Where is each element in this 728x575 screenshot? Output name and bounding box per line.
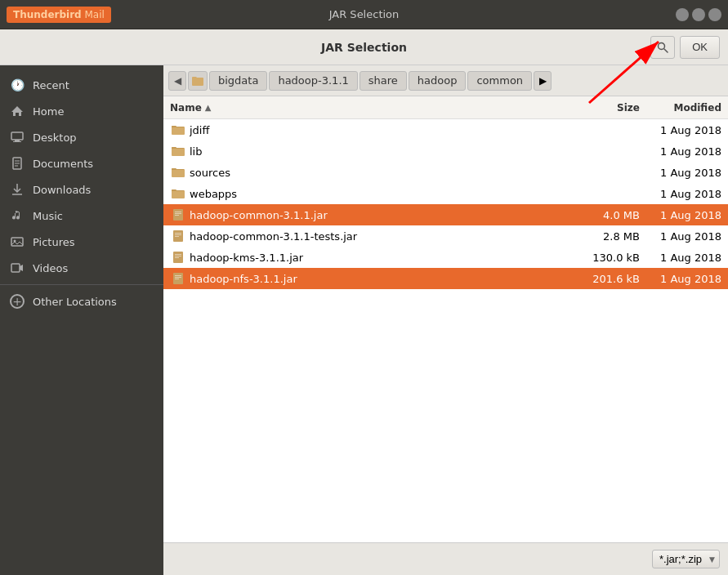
jar-file-icon [170,251,186,264]
file-name: hadoop-kms-3.1.1.jar [190,252,558,264]
file-name: hadoop-nfs-3.1.1.jar [190,273,558,285]
svg-rect-4 [15,140,20,141]
breadcrumb-bigdata[interactable]: bigdata [209,71,267,91]
breadcrumb-more-button[interactable]: ▶ [534,71,552,91]
nav-back-button[interactable]: ◀ [168,71,186,91]
sidebar-label-home: Home [33,105,64,118]
jar-file-icon [170,272,186,285]
sidebar-label-desktop: Desktop [33,131,77,144]
sidebar-item-videos[interactable]: Videos [0,255,163,281]
sidebar-label-downloads: Downloads [33,184,91,196]
downloads-icon [10,182,25,197]
file-modified: 1 Aug 2018 [640,188,721,200]
table-row[interactable]: lib 1 Aug 2018 [163,140,728,162]
file-size: 130.0 kB [558,252,640,264]
svg-rect-23 [175,236,179,237]
sidebar-item-other-locations[interactable]: + Other Locations [0,288,163,314]
window-controls [676,8,721,21]
folder-icon [170,166,186,179]
sidebar-label-documents: Documents [33,158,93,170]
breadcrumb-common[interactable]: common [467,71,532,91]
jar-file-icon [170,208,186,221]
sidebar-item-pictures[interactable]: Pictures [0,229,163,255]
svg-rect-14 [11,264,20,272]
file-modified: 1 Aug 2018 [640,124,721,136]
svg-rect-31 [175,279,179,279]
svg-rect-18 [175,213,181,214]
app-badge: Thunderbird Mail [7,7,111,23]
svg-rect-29 [175,275,181,276]
home-icon [10,104,25,118]
dialog-header: JAR Selection OK [0,29,728,65]
table-row[interactable]: hadoop-common-3.1.1.jar 4.0 MB 1 Aug 201… [163,204,728,225]
table-row[interactable]: jdiff 1 Aug 2018 [163,119,728,140]
sidebar-label-music: Music [33,210,63,222]
table-row[interactable]: webapps 1 Aug 2018 [163,183,728,204]
search-icon [657,42,668,53]
svg-rect-25 [175,254,181,255]
svg-marker-2 [11,106,23,116]
file-size: 201.6 kB [558,273,640,285]
close-button[interactable] [708,8,721,21]
svg-rect-19 [175,215,179,216]
documents-icon [10,156,25,171]
col-size-header[interactable]: Size [558,102,640,114]
col-name-header[interactable]: Name ▲ [170,102,558,114]
filter-select[interactable]: *.jar;*.zip *.jar *.zip All Files [652,550,720,568]
svg-rect-3 [11,132,23,140]
app-branding: Thunderbird Mail [7,7,111,23]
breadcrumb-hadoop311[interactable]: hadoop-3.1.1 [269,71,357,91]
svg-rect-21 [175,233,181,234]
sidebar-item-music[interactable]: Music [0,203,163,229]
minimize-button[interactable] [676,8,689,21]
sidebar-item-recent[interactable]: 🕐 Recent [0,72,163,98]
current-folder-icon [188,71,208,91]
file-list-header: Name ▲ Size Modified [163,96,728,119]
sidebar-item-documents[interactable]: Documents [0,150,163,176]
maximize-button[interactable] [692,8,705,21]
jar-file-icon [170,230,186,243]
sidebar-label-other-locations: Other Locations [33,296,117,308]
sidebar-item-home[interactable]: Home [0,98,163,124]
breadcrumb-share[interactable]: share [360,71,407,91]
svg-point-0 [659,42,665,49]
videos-icon [10,261,25,275]
sort-arrow: ▲ [205,103,212,112]
svg-rect-27 [175,257,179,258]
app-name: Thunderbird [13,9,82,20]
breadcrumb-bar: ◀ bigdata hadoop-3.1.1 share hadoop comm… [163,65,728,96]
svg-rect-17 [175,212,181,212]
folder-icon [170,123,186,136]
app-suffix: Mail [82,9,105,20]
file-name: hadoop-common-3.1.1.jar [190,209,558,221]
svg-line-1 [664,49,668,52]
sidebar-label-recent: Recent [33,79,69,91]
plus-icon: + [10,294,25,309]
sidebar-divider [0,284,163,285]
svg-rect-30 [175,277,181,278]
folder-icon [170,187,186,200]
filter-wrapper: *.jar;*.zip *.jar *.zip All Files [652,550,720,568]
ok-button[interactable]: OK [680,36,720,59]
file-list-container: Name ▲ Size Modified jdiff 1 Aug 2018 [163,96,728,542]
sidebar-item-desktop[interactable]: Desktop [0,124,163,150]
table-row[interactable]: hadoop-kms-3.1.1.jar 130.0 kB 1 Aug 2018 [163,247,728,268]
file-name: sources [190,167,558,179]
sidebar: 🕐 Recent Home Desktop Documents [0,65,163,575]
table-row[interactable]: hadoop-nfs-3.1.1.jar 201.6 kB 1 Aug 2018 [163,268,728,289]
table-row[interactable]: hadoop-common-3.1.1-tests.jar 2.8 MB 1 A… [163,225,728,247]
bottom-bar: *.jar;*.zip *.jar *.zip All Files [163,542,728,575]
sidebar-item-downloads[interactable]: Downloads [0,176,163,203]
file-name: jdiff [190,124,558,136]
file-modified: 1 Aug 2018 [640,252,721,264]
file-name: hadoop-common-3.1.1-tests.jar [190,230,558,243]
dialog-title: JAR Selection [321,41,407,54]
breadcrumb-hadoop[interactable]: hadoop [409,71,467,91]
folder-icon [170,145,186,158]
main-content: ◀ bigdata hadoop-3.1.1 share hadoop comm… [163,65,728,575]
jar-selection-dialog: JAR Selection OK 🕐 Recent Home [0,29,728,575]
file-name: lib [190,145,558,158]
pictures-icon [10,234,25,249]
table-row[interactable]: sources 1 Aug 2018 [163,162,728,183]
search-button[interactable] [650,36,675,59]
